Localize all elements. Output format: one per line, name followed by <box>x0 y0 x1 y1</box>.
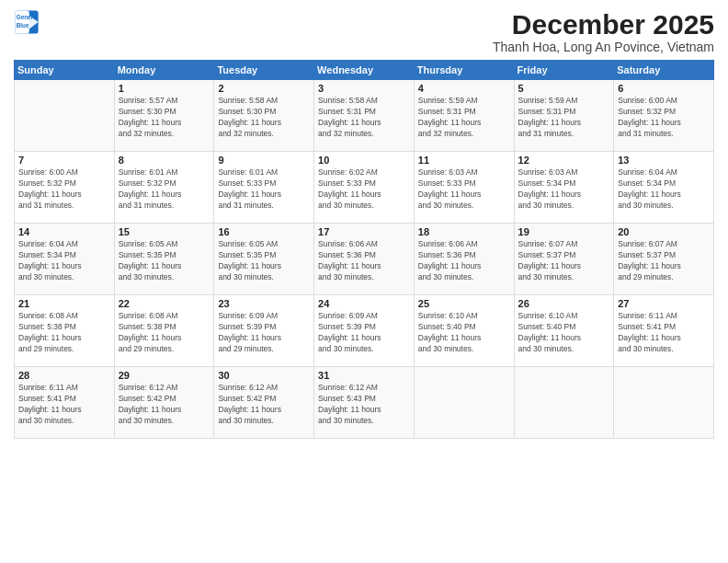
day-number: 26 <box>518 298 610 309</box>
calendar-cell: 8Sunrise: 6:01 AM Sunset: 5:32 PM Daylig… <box>114 152 214 224</box>
day-info: Sunrise: 6:09 AM Sunset: 5:39 PM Dayligh… <box>218 311 310 355</box>
day-number: 19 <box>518 226 610 237</box>
day-info: Sunrise: 6:11 AM Sunset: 5:41 PM Dayligh… <box>618 311 710 355</box>
calendar-cell: 23Sunrise: 6:09 AM Sunset: 5:39 PM Dayli… <box>214 295 314 367</box>
day-number: 12 <box>518 155 610 166</box>
calendar-cell: 6Sunrise: 6:00 AM Sunset: 5:32 PM Daylig… <box>614 80 714 152</box>
calendar-cell: 26Sunrise: 6:10 AM Sunset: 5:40 PM Dayli… <box>514 295 614 367</box>
calendar-cell: 13Sunrise: 6:04 AM Sunset: 5:34 PM Dayli… <box>614 152 714 224</box>
calendar-cell: 21Sunrise: 6:08 AM Sunset: 5:38 PM Dayli… <box>15 295 115 367</box>
day-number: 9 <box>218 155 310 166</box>
day-header: Monday <box>114 61 214 80</box>
day-number: 2 <box>218 83 310 94</box>
calendar-cell: 10Sunrise: 6:02 AM Sunset: 5:33 PM Dayli… <box>314 152 415 224</box>
day-header: Sunday <box>15 61 115 80</box>
header-row: SundayMondayTuesdayWednesdayThursdayFrid… <box>15 61 714 80</box>
calendar-cell: 17Sunrise: 6:06 AM Sunset: 5:36 PM Dayli… <box>314 224 415 295</box>
logo-icon: General Blue <box>14 9 40 35</box>
day-number: 8 <box>119 155 210 166</box>
day-number: 29 <box>119 370 210 381</box>
calendar-cell <box>15 80 115 152</box>
calendar-cell <box>614 367 714 439</box>
day-info: Sunrise: 5:57 AM Sunset: 5:30 PM Dayligh… <box>119 96 210 140</box>
calendar-cell: 3Sunrise: 5:58 AM Sunset: 5:31 PM Daylig… <box>314 80 415 152</box>
day-number: 31 <box>318 370 410 381</box>
calendar-cell: 19Sunrise: 6:07 AM Sunset: 5:37 PM Dayli… <box>514 224 614 295</box>
day-number: 30 <box>218 370 310 381</box>
day-number: 10 <box>318 155 410 166</box>
calendar-cell: 14Sunrise: 6:04 AM Sunset: 5:34 PM Dayli… <box>15 224 115 295</box>
day-info: Sunrise: 6:01 AM Sunset: 5:32 PM Dayligh… <box>119 167 210 212</box>
svg-text:Blue: Blue <box>17 22 29 29</box>
day-number: 20 <box>618 226 710 237</box>
day-info: Sunrise: 6:12 AM Sunset: 5:42 PM Dayligh… <box>218 383 310 427</box>
day-info: Sunrise: 6:12 AM Sunset: 5:42 PM Dayligh… <box>119 383 210 427</box>
day-info: Sunrise: 6:01 AM Sunset: 5:33 PM Dayligh… <box>218 167 310 212</box>
day-info: Sunrise: 6:12 AM Sunset: 5:43 PM Dayligh… <box>318 383 410 427</box>
calendar-cell: 2Sunrise: 5:58 AM Sunset: 5:30 PM Daylig… <box>214 80 314 152</box>
day-number: 21 <box>18 298 110 309</box>
day-info: Sunrise: 6:06 AM Sunset: 5:36 PM Dayligh… <box>418 239 510 283</box>
calendar-cell: 18Sunrise: 6:06 AM Sunset: 5:36 PM Dayli… <box>414 224 514 295</box>
day-header: Tuesday <box>214 61 314 80</box>
day-number: 22 <box>119 298 210 309</box>
calendar-cell: 11Sunrise: 6:03 AM Sunset: 5:33 PM Dayli… <box>414 152 514 224</box>
day-header: Thursday <box>414 61 514 80</box>
day-info: Sunrise: 6:04 AM Sunset: 5:34 PM Dayligh… <box>18 239 110 283</box>
day-info: Sunrise: 6:08 AM Sunset: 5:38 PM Dayligh… <box>119 311 210 355</box>
logo: General Blue <box>14 9 40 35</box>
calendar-cell <box>514 367 614 439</box>
title-block: December 2025 Thanh Hoa, Long An Povince… <box>493 9 714 54</box>
day-number: 24 <box>318 298 410 309</box>
calendar-cell: 25Sunrise: 6:10 AM Sunset: 5:40 PM Dayli… <box>414 295 514 367</box>
calendar-cell: 15Sunrise: 6:05 AM Sunset: 5:35 PM Dayli… <box>114 224 214 295</box>
day-info: Sunrise: 6:02 AM Sunset: 5:33 PM Dayligh… <box>318 167 410 212</box>
svg-text:General: General <box>17 14 39 20</box>
day-info: Sunrise: 5:58 AM Sunset: 5:30 PM Dayligh… <box>218 96 310 140</box>
day-number: 6 <box>618 83 710 94</box>
day-info: Sunrise: 6:07 AM Sunset: 5:37 PM Dayligh… <box>618 239 710 283</box>
week-row: 7Sunrise: 6:00 AM Sunset: 5:32 PM Daylig… <box>15 152 714 224</box>
day-info: Sunrise: 5:59 AM Sunset: 5:31 PM Dayligh… <box>518 96 610 140</box>
day-info: Sunrise: 5:58 AM Sunset: 5:31 PM Dayligh… <box>318 96 410 140</box>
day-number: 23 <box>218 298 310 309</box>
day-info: Sunrise: 6:05 AM Sunset: 5:35 PM Dayligh… <box>119 239 210 283</box>
day-info: Sunrise: 6:04 AM Sunset: 5:34 PM Dayligh… <box>618 167 710 212</box>
week-row: 21Sunrise: 6:08 AM Sunset: 5:38 PM Dayli… <box>15 295 714 367</box>
day-number: 16 <box>218 226 310 237</box>
calendar-cell: 28Sunrise: 6:11 AM Sunset: 5:41 PM Dayli… <box>15 367 115 439</box>
day-info: Sunrise: 6:00 AM Sunset: 5:32 PM Dayligh… <box>618 96 710 140</box>
day-info: Sunrise: 6:03 AM Sunset: 5:33 PM Dayligh… <box>418 167 510 212</box>
header: General Blue December 2025 Thanh Hoa, Lo… <box>14 9 714 54</box>
day-number: 15 <box>119 226 210 237</box>
day-info: Sunrise: 6:10 AM Sunset: 5:40 PM Dayligh… <box>418 311 510 355</box>
week-row: 14Sunrise: 6:04 AM Sunset: 5:34 PM Dayli… <box>15 224 714 295</box>
day-number: 4 <box>418 83 510 94</box>
day-info: Sunrise: 6:10 AM Sunset: 5:40 PM Dayligh… <box>518 311 610 355</box>
day-info: Sunrise: 6:05 AM Sunset: 5:35 PM Dayligh… <box>218 239 310 283</box>
day-number: 7 <box>18 155 110 166</box>
calendar-table: SundayMondayTuesdayWednesdayThursdayFrid… <box>14 60 714 439</box>
calendar-cell: 31Sunrise: 6:12 AM Sunset: 5:43 PM Dayli… <box>314 367 415 439</box>
calendar-cell: 16Sunrise: 6:05 AM Sunset: 5:35 PM Dayli… <box>214 224 314 295</box>
day-info: Sunrise: 6:08 AM Sunset: 5:38 PM Dayligh… <box>18 311 110 355</box>
day-header: Friday <box>514 61 614 80</box>
calendar-cell: 27Sunrise: 6:11 AM Sunset: 5:41 PM Dayli… <box>614 295 714 367</box>
month-title: December 2025 <box>493 9 714 40</box>
day-number: 5 <box>518 83 610 94</box>
day-number: 27 <box>618 298 710 309</box>
calendar-cell: 20Sunrise: 6:07 AM Sunset: 5:37 PM Dayli… <box>614 224 714 295</box>
calendar-cell: 4Sunrise: 5:59 AM Sunset: 5:31 PM Daylig… <box>414 80 514 152</box>
week-row: 28Sunrise: 6:11 AM Sunset: 5:41 PM Dayli… <box>15 367 714 439</box>
day-info: Sunrise: 6:11 AM Sunset: 5:41 PM Dayligh… <box>18 383 110 427</box>
calendar-cell: 9Sunrise: 6:01 AM Sunset: 5:33 PM Daylig… <box>214 152 314 224</box>
day-info: Sunrise: 6:00 AM Sunset: 5:32 PM Dayligh… <box>18 167 110 212</box>
subtitle: Thanh Hoa, Long An Povince, Vietnam <box>493 40 714 54</box>
calendar-cell: 29Sunrise: 6:12 AM Sunset: 5:42 PM Dayli… <box>114 367 214 439</box>
day-number: 18 <box>418 226 510 237</box>
day-number: 3 <box>318 83 410 94</box>
week-row: 1Sunrise: 5:57 AM Sunset: 5:30 PM Daylig… <box>15 80 714 152</box>
day-number: 13 <box>618 155 710 166</box>
calendar-cell: 12Sunrise: 6:03 AM Sunset: 5:34 PM Dayli… <box>514 152 614 224</box>
calendar-cell: 30Sunrise: 6:12 AM Sunset: 5:42 PM Dayli… <box>214 367 314 439</box>
